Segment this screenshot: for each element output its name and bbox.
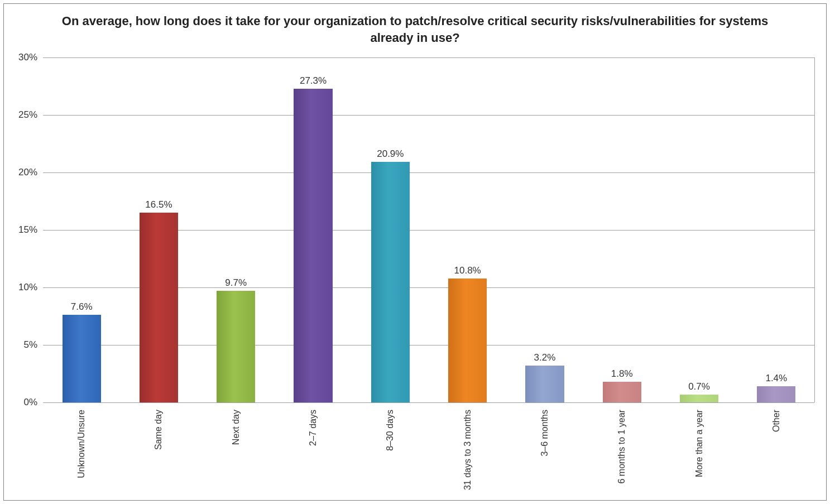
- x-label-slot: 3–6 months: [506, 405, 583, 500]
- y-tick-label: 5%: [23, 339, 43, 351]
- bar: 10.8%: [448, 279, 487, 402]
- x-label-slot: 2–7 days: [275, 405, 352, 500]
- bar: 27.3%: [294, 89, 332, 402]
- bar-slot: 9.7%: [198, 57, 275, 402]
- bar-value-label: 10.8%: [448, 265, 487, 279]
- bar-value-label: 7.6%: [63, 301, 101, 315]
- bar: 0.7%: [680, 395, 718, 402]
- x-tick-label: Other: [771, 410, 781, 432]
- bar-value-label: 3.2%: [525, 352, 564, 366]
- x-label-slot: Same day: [120, 405, 197, 500]
- y-tick-label: 15%: [18, 224, 43, 236]
- y-tick-label: 25%: [18, 109, 43, 121]
- bar-value-label: 16.5%: [140, 199, 178, 213]
- bar-value-label: 9.7%: [217, 277, 255, 291]
- x-tick-label: Next day: [231, 410, 241, 445]
- bar-slot: 27.3%: [275, 57, 352, 402]
- bar-slot: 1.4%: [738, 57, 815, 402]
- gridline: [43, 402, 814, 403]
- bar: 3.2%: [525, 366, 564, 402]
- bar-value-label: 1.8%: [603, 368, 641, 382]
- x-label-slot: More than a year: [660, 405, 737, 500]
- x-label-slot: 8–30 days: [352, 405, 429, 500]
- x-tick-label: 8–30 days: [385, 410, 395, 451]
- y-tick-label: 20%: [18, 167, 43, 178]
- bar: 1.8%: [603, 382, 641, 402]
- bars-row: 7.6%16.5%9.7%27.3%20.9%10.8%3.2%1.8%0.7%…: [43, 57, 815, 402]
- x-label-slot: 31 days to 3 months: [429, 405, 506, 500]
- plot-area: 0%5%10%15%20%25%30% 7.6%16.5%9.7%27.3%20…: [43, 57, 815, 402]
- bar-slot: 10.8%: [429, 57, 506, 402]
- bar-slot: 0.7%: [660, 57, 737, 402]
- x-label-slot: Other: [738, 405, 815, 500]
- x-tick-label: Unknown/Unsure: [76, 410, 87, 478]
- chart-frame: On average, how long does it take for yo…: [3, 3, 827, 501]
- bar-value-label: 0.7%: [680, 381, 718, 395]
- x-label-slot: Unknown/Unsure: [43, 405, 120, 500]
- x-axis-labels: Unknown/UnsureSame dayNext day2–7 days8–…: [43, 405, 815, 500]
- bar-slot: 3.2%: [506, 57, 583, 402]
- bar: 20.9%: [371, 162, 410, 402]
- bar-slot: 20.9%: [352, 57, 429, 402]
- x-tick-label: 31 days to 3 months: [463, 410, 473, 490]
- x-label-slot: Next day: [198, 405, 275, 500]
- y-tick-label: 10%: [18, 282, 43, 293]
- bar-value-label: 20.9%: [371, 148, 410, 162]
- chart-title: On average, how long does it take for yo…: [4, 4, 826, 51]
- bar-value-label: 1.4%: [757, 373, 795, 386]
- x-label-slot: 6 months to 1 year: [583, 405, 660, 500]
- bar-value-label: 27.3%: [294, 75, 332, 89]
- x-tick-label: Same day: [153, 410, 164, 450]
- bar: 16.5%: [140, 213, 178, 402]
- y-tick-label: 0%: [23, 397, 43, 408]
- x-tick-label: More than a year: [694, 410, 704, 477]
- bar-slot: 1.8%: [583, 57, 660, 402]
- x-tick-label: 6 months to 1 year: [617, 410, 627, 484]
- x-tick-label: 2–7 days: [308, 410, 318, 446]
- bar: 9.7%: [217, 291, 255, 402]
- x-tick-label: 3–6 months: [540, 410, 550, 457]
- bar-slot: 7.6%: [43, 57, 120, 402]
- bar-slot: 16.5%: [120, 57, 197, 402]
- bar: 7.6%: [63, 315, 101, 402]
- bar: 1.4%: [757, 386, 795, 402]
- y-tick-label: 30%: [18, 52, 43, 63]
